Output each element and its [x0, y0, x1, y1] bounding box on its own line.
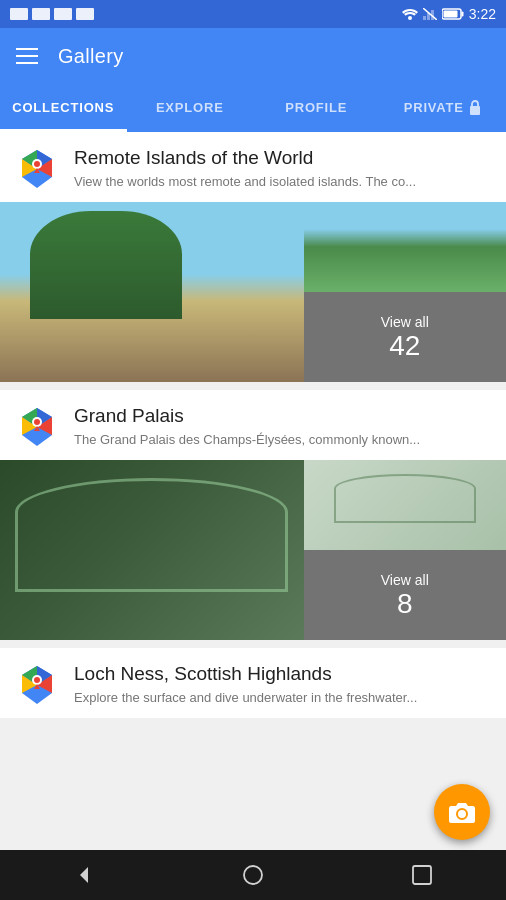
card-images-grand-palais: View all 8 [0, 460, 506, 640]
svg-rect-7 [443, 11, 457, 18]
collections-content: Remote Islands of the World View the wor… [0, 132, 506, 850]
grand-palais-secondary-image [304, 460, 506, 550]
email-icon [32, 8, 50, 20]
back-arrow-icon [72, 863, 96, 887]
svg-rect-6 [461, 12, 463, 17]
card-title-grand-palais: Grand Palais [74, 405, 420, 428]
app-title: Gallery [58, 45, 123, 68]
signal-icon [423, 8, 437, 20]
camera-fab-button[interactable] [434, 784, 490, 840]
card-title-remote-islands: Remote Islands of the World [74, 147, 416, 170]
notification-icon [10, 8, 28, 20]
time-display: 3:22 [469, 6, 496, 22]
collection-card-remote-islands[interactable]: Remote Islands of the World View the wor… [0, 132, 506, 382]
tab-bar: COLLECTIONS EXPLORE PROFILE PRIVATE [0, 84, 506, 132]
view-all-count-palais: 8 [397, 590, 413, 618]
view-all-count-remote: 42 [389, 332, 420, 360]
card-header-remote-islands: Remote Islands of the World View the wor… [0, 132, 506, 202]
battery-icon [442, 8, 464, 20]
wifi-icon [402, 8, 418, 20]
tab-profile[interactable]: PROFILE [253, 84, 380, 130]
svg-marker-38 [80, 867, 88, 883]
status-icons-left [10, 8, 94, 20]
recent-apps-icon [411, 864, 433, 886]
camera-icon [449, 801, 475, 823]
card-desc-remote-islands: View the worlds most remote and isolated… [74, 173, 416, 191]
card-text-remote-islands: Remote Islands of the World View the wor… [74, 147, 416, 191]
calendar-icon [76, 8, 94, 20]
beach-image [0, 202, 304, 382]
collection-card-grand-palais[interactable]: Grand Palais The Grand Palais des Champs… [0, 390, 506, 640]
svg-rect-40 [413, 866, 431, 884]
card-images-right-remote: View all 42 [304, 202, 506, 382]
card-text-grand-palais: Grand Palais The Grand Palais des Champs… [74, 405, 420, 449]
card-desc-loch-ness: Explore the surface and dive underwater … [74, 689, 417, 707]
home-circle-icon [241, 863, 265, 887]
svg-point-25 [34, 419, 40, 425]
hamburger-menu-button[interactable] [16, 48, 38, 64]
card-image-top-right-remote [304, 202, 506, 292]
app-bar: Gallery [0, 28, 506, 84]
maps-logo-icon [14, 146, 60, 192]
email2-icon [54, 8, 72, 20]
card-image-main-remote [0, 202, 304, 382]
svg-point-16 [34, 161, 40, 167]
tab-collections[interactable]: COLLECTIONS [0, 84, 127, 130]
svg-point-34 [34, 677, 40, 683]
home-button[interactable] [228, 850, 278, 900]
status-icons-right: 3:22 [402, 6, 496, 22]
svg-point-39 [244, 866, 262, 884]
svg-rect-1 [423, 16, 426, 20]
back-button[interactable] [59, 850, 109, 900]
card-image-top-right-palais [304, 460, 506, 550]
card-text-loch-ness: Loch Ness, Scottish Highlands Explore th… [74, 663, 417, 707]
grand-palais-main-image [0, 460, 304, 640]
maps-logo-icon-3 [14, 662, 60, 708]
card-header-grand-palais: Grand Palais The Grand Palais des Champs… [0, 390, 506, 460]
view-all-remote[interactable]: View all 42 [304, 292, 506, 382]
tab-explore[interactable]: EXPLORE [127, 84, 254, 130]
card-image-main-palais [0, 460, 304, 640]
collection-card-loch-ness[interactable]: Loch Ness, Scottish Highlands Explore th… [0, 648, 506, 718]
svg-rect-8 [470, 106, 480, 115]
view-all-label-remote: View all [381, 314, 429, 330]
card-images-right-palais: View all 8 [304, 460, 506, 640]
tab-private[interactable]: PRIVATE [380, 84, 507, 130]
card-desc-grand-palais: The Grand Palais des Champs-Élysées, com… [74, 431, 420, 449]
bottom-navigation [0, 850, 506, 900]
island-image [304, 202, 506, 292]
view-all-label-palais: View all [381, 572, 429, 588]
svg-point-37 [459, 811, 465, 817]
lock-icon [468, 99, 482, 115]
view-all-palais[interactable]: View all 8 [304, 550, 506, 640]
maps-logo-icon-2 [14, 404, 60, 450]
svg-point-0 [408, 16, 412, 20]
card-images-remote-islands: View all 42 [0, 202, 506, 382]
status-bar: 3:22 [0, 0, 506, 28]
card-title-loch-ness: Loch Ness, Scottish Highlands [74, 663, 417, 686]
recent-apps-button[interactable] [397, 850, 447, 900]
